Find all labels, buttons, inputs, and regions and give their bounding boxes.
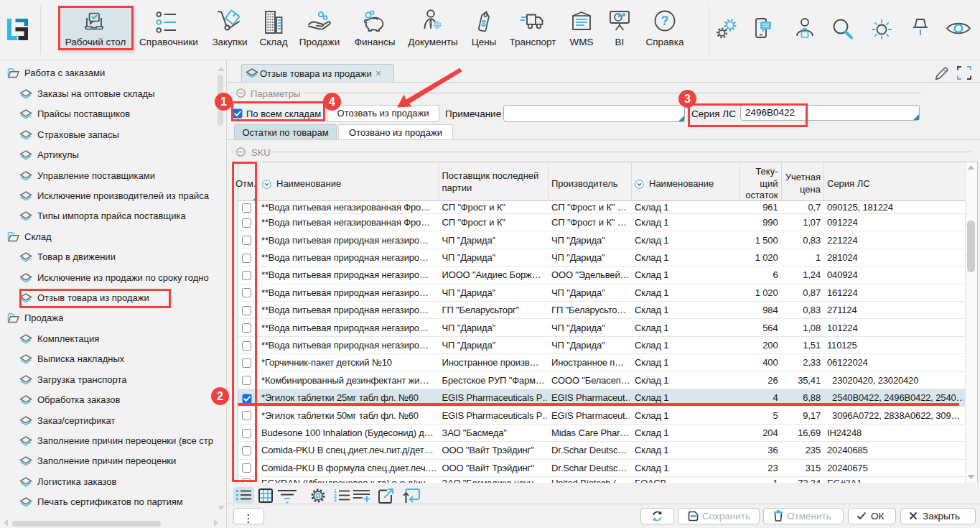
svg-text:3: 3 xyxy=(334,498,337,502)
svg-text:?: ? xyxy=(661,14,669,28)
